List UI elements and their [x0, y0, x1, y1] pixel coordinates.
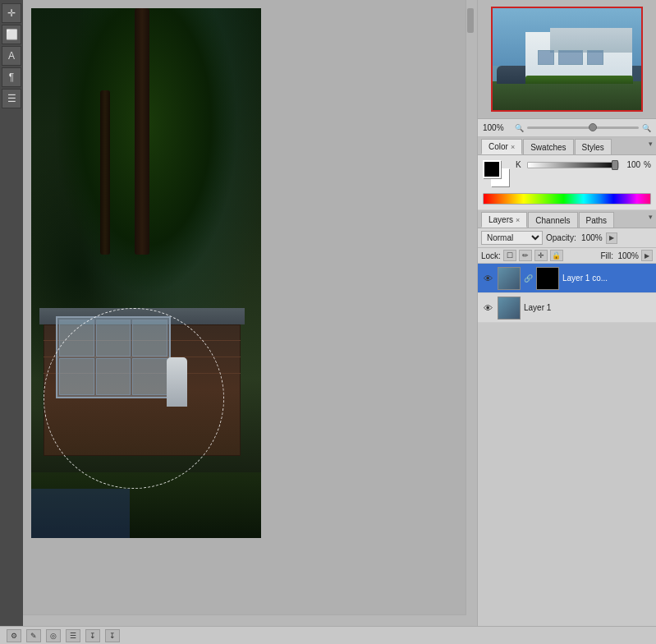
- zoom-value-label: 100%: [483, 123, 511, 132]
- status-btn-4[interactable]: ↧: [85, 629, 100, 642]
- status-btn-0[interactable]: ⚙: [7, 629, 21, 642]
- lock-fill-row: Lock: ☐ ✏ ✛ 🔒 Fill: 100% ▶: [478, 248, 656, 264]
- bottom-bar: ⚙ ✎ ◎ ☰ ↧ ↧: [0, 626, 656, 644]
- lock-position-btn[interactable]: ✛: [534, 250, 548, 261]
- zoom-increase-icon[interactable]: 🔍: [642, 124, 651, 132]
- color-spectrum-bar[interactable]: [483, 193, 651, 205]
- move-tool-btn[interactable]: ✛: [2, 3, 21, 23]
- left-toolbar: ✛ ⬜ A ¶ ☰: [0, 0, 23, 644]
- layer-0-visibility[interactable]: 👁: [481, 272, 494, 285]
- canvas-wrapper[interactable]: [31, 8, 261, 538]
- fg-bg-stack[interactable]: [483, 160, 509, 186]
- marquee-tool-btn[interactable]: ⬜: [2, 25, 21, 44]
- status-btn-1[interactable]: ✎: [26, 629, 41, 642]
- layer-row-1[interactable]: 👁 Layer 1: [478, 293, 656, 323]
- opacity-label: Opacity:: [546, 233, 576, 242]
- layers-panel-content: Normal Multiply Screen Opacity: 100% ▶ L…: [478, 228, 656, 323]
- layer-0-name: Layer 1 co...: [562, 274, 653, 283]
- layer-1-name: Layer 1: [524, 303, 653, 312]
- tab-channels[interactable]: Channels: [528, 212, 577, 228]
- lock-label: Lock:: [481, 251, 501, 260]
- k-slider-thumb[interactable]: [612, 160, 618, 170]
- fg-color-swatch[interactable]: [483, 160, 501, 178]
- layers-panel-tabs: Layers × Channels Paths ▾: [478, 210, 656, 228]
- canvas-vscroll[interactable]: [466, 0, 477, 626]
- fill-label: Fill:: [600, 251, 613, 260]
- zoom-decrease-icon[interactable]: 🔍: [515, 124, 524, 132]
- text-tool-btn[interactable]: A: [2, 46, 21, 66]
- k-slider-row: K 100 %: [516, 160, 651, 169]
- lock-pixels-btn[interactable]: ✏: [519, 250, 532, 261]
- thumbnail-area: [478, 0, 656, 119]
- layers-tool-btn[interactable]: ☰: [2, 89, 21, 108]
- blend-opacity-row: Normal Multiply Screen Opacity: 100% ▶: [478, 228, 656, 248]
- color-panel-collapse[interactable]: ▾: [649, 140, 653, 148]
- fill-arrow[interactable]: ▶: [641, 250, 653, 261]
- paragraph-tool-btn[interactable]: ¶: [2, 67, 21, 87]
- zoom-bar: 100% 🔍 🔍: [478, 119, 656, 137]
- opacity-arrow[interactable]: ▶: [606, 232, 617, 244]
- k-value-display: 100: [622, 160, 640, 169]
- color-panel-tabs: Color × Swatches Styles ▾: [478, 137, 656, 155]
- canvas-hscroll[interactable]: [23, 614, 466, 626]
- blend-mode-select[interactable]: Normal Multiply Screen: [481, 231, 543, 245]
- tab-swatches[interactable]: Swatches: [523, 139, 573, 154]
- tab-layers-close[interactable]: ×: [516, 216, 520, 224]
- status-btn-5[interactable]: ↧: [105, 629, 120, 642]
- status-btn-3[interactable]: ☰: [66, 629, 80, 642]
- document-thumbnail: [491, 7, 643, 112]
- right-panel: 100% 🔍 🔍 Color × Swatches Styles ▾ K: [477, 0, 656, 644]
- k-label: K: [516, 160, 524, 169]
- layer-0-link[interactable]: 🔗: [524, 274, 533, 283]
- lock-all-btn[interactable]: 🔒: [550, 250, 563, 261]
- layer-1-visibility[interactable]: 👁: [481, 301, 494, 315]
- fg-bg-area: K 100 %: [483, 160, 651, 186]
- tab-color[interactable]: Color ×: [481, 139, 522, 154]
- layer-0-thumb: [498, 267, 521, 290]
- zoom-slider-thumb[interactable]: [589, 123, 597, 131]
- tab-layers[interactable]: Layers ×: [481, 212, 527, 228]
- layer-row-0[interactable]: 👁 🔗 Layer 1 co...: [478, 264, 656, 293]
- layer-0-mask: [536, 267, 559, 290]
- status-btn-2[interactable]: ◎: [46, 629, 61, 642]
- lock-transparency-btn[interactable]: ☐: [503, 250, 516, 261]
- fill-value: 100%: [616, 251, 639, 260]
- vscroll-thumb[interactable]: [467, 8, 474, 33]
- k-percent-label: %: [644, 160, 651, 169]
- k-slider-track[interactable]: [527, 162, 619, 168]
- opacity-value: 100%: [580, 233, 603, 242]
- canvas-image: [31, 8, 261, 538]
- selection-circle: [44, 308, 224, 489]
- tab-paths[interactable]: Paths: [579, 212, 615, 228]
- color-panel-content: K 100 %: [478, 155, 656, 210]
- layers-panel-collapse[interactable]: ▾: [649, 213, 653, 221]
- tab-styles[interactable]: Styles: [575, 139, 612, 154]
- zoom-slider[interactable]: [527, 126, 639, 129]
- layer-1-thumb: [498, 297, 521, 320]
- canvas-area: [23, 0, 477, 644]
- tab-color-close[interactable]: ×: [511, 143, 515, 151]
